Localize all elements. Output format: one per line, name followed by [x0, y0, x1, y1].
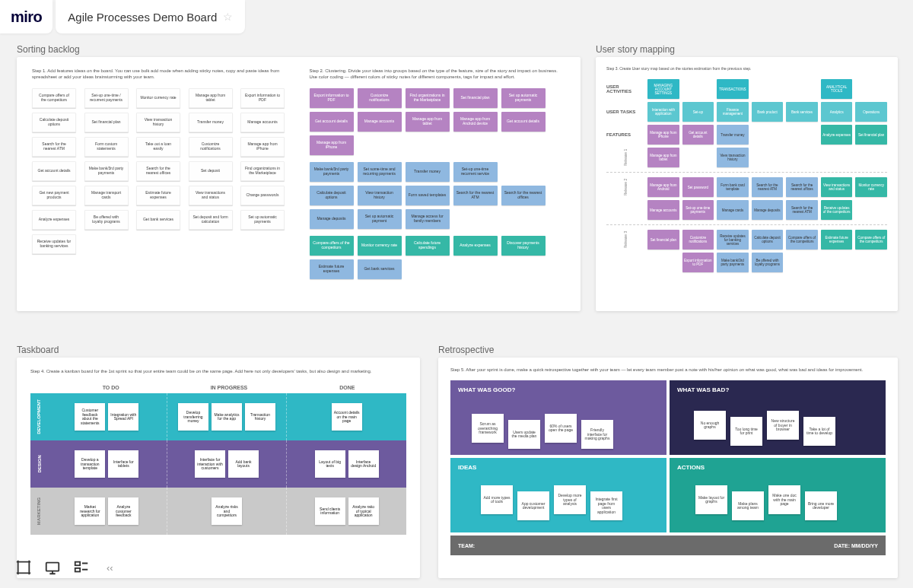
sticky-note[interactable]: Estimate future expenses: [136, 186, 180, 205]
usm-feature[interactable]: Set password: [682, 177, 714, 197]
sticky-note[interactable]: Manage accounts: [240, 113, 285, 132]
sticky-note[interactable]: Make bank/3rd party payments: [310, 162, 354, 182]
usm-feature[interactable]: Transfer money: [717, 125, 749, 145]
sticky-note[interactable]: Change passwords: [240, 186, 285, 205]
usm-feature[interactable]: Receive updates for banking services: [717, 230, 749, 250]
usm-feature[interactable]: Manage cards: [717, 200, 749, 220]
frame-taskboard[interactable]: Step 4. Create a kanban board for the 1s…: [17, 358, 420, 578]
retro-note[interactable]: Scrum as overarching framework: [472, 414, 504, 443]
usm-feature[interactable]: Compare offers of the competitors: [855, 230, 887, 250]
retro-note[interactable]: Develop more types of analysis: [554, 485, 586, 514]
sticky-note[interactable]: Get bank services: [136, 210, 180, 230]
retro-note[interactable]: No enough graphs: [694, 411, 726, 440]
sticky-note[interactable]: Calculate deposit options: [310, 186, 354, 205]
kanban-card[interactable]: Interface design Android: [348, 450, 379, 478]
kanban-card[interactable]: Develop a transaction template: [75, 450, 105, 478]
usm-feature[interactable]: Estimate future expenses: [821, 230, 853, 250]
frame-sorting-backlog[interactable]: Step 1. Add features ideas on the board.…: [17, 57, 581, 311]
presentation-icon[interactable]: [44, 559, 61, 576]
sticky-note[interactable]: View transactions and status: [189, 186, 233, 205]
kanban-card[interactable]: Integration with Spread API: [108, 403, 138, 431]
usm-feature[interactable]: Export information to PDF: [682, 253, 714, 272]
retro-note[interactable]: New structure of buyer in browser: [767, 411, 799, 440]
retro-note[interactable]: App customer development: [517, 491, 549, 520]
usm-task[interactable]: Finance management: [717, 102, 749, 122]
usm-feature[interactable]: Calculate deposit options: [752, 230, 784, 250]
sticky-note[interactable]: Manage access for family members: [406, 209, 450, 229]
sticky-note[interactable]: Get account details: [32, 161, 76, 181]
sticky-note[interactable]: Receive updates for banking services: [32, 234, 76, 254]
usm-feature[interactable]: Search for the nearest ATM: [786, 200, 818, 220]
sticky-note[interactable]: Set up automatic payments: [501, 88, 546, 108]
usm-activity[interactable]: MANAGING ACCOUNT SETTINGS: [647, 79, 679, 99]
sticky-note[interactable]: Export information to PDF: [310, 88, 354, 108]
usm-feature[interactable]: Make bank/3rd party payments: [717, 253, 749, 272]
usm-feature[interactable]: Manage accounts: [647, 200, 679, 220]
usm-task[interactable]: Bank product: [752, 102, 784, 122]
sticky-note[interactable]: Manage app from iPhone: [310, 135, 354, 155]
usm-feature[interactable]: Form bank card template: [717, 177, 749, 197]
usm-task[interactable]: Analytics: [821, 102, 853, 122]
retro-note[interactable]: Make plans among team: [732, 491, 764, 520]
retro-good[interactable]: WHAT WAS GOOD? Scrum as overarching fram…: [450, 380, 666, 455]
kanban-card[interactable]: Customer feedback about the statements: [75, 403, 105, 431]
sticky-note[interactable]: Make bank/3rd party payments: [84, 161, 129, 181]
board-title-chip[interactable]: Agile Processes Demo Board ☆: [56, 0, 245, 33]
usm-feature[interactable]: View transaction history: [717, 148, 749, 167]
kanban-card[interactable]: Make analytics for the app: [212, 403, 242, 431]
kanban-card[interactable]: Interface for interaction with customers: [195, 450, 225, 478]
retro-note[interactable]: Users update the media plan: [508, 420, 540, 449]
retro-actions[interactable]: ACTIONS Make layout for graphsMake plans…: [670, 458, 886, 532]
kanban-card[interactable]: Add bank layouts: [228, 450, 259, 478]
usm-task[interactable]: Bank services: [786, 102, 818, 122]
sticky-note[interactable]: Manage deposits: [310, 209, 354, 229]
usm-feature[interactable]: Search for the nearest offices: [786, 177, 818, 197]
kanban-card[interactable]: Interface for tablets: [108, 450, 138, 478]
usm-feature[interactable]: Manage app from tablet: [647, 148, 679, 167]
retro-note[interactable]: Integrate first page from users applicat…: [590, 491, 622, 520]
sticky-note[interactable]: Manage app from tablet: [406, 112, 450, 132]
sticky-note[interactable]: Customize notifications: [358, 88, 402, 108]
usm-feature[interactable]: Set financial plan: [647, 230, 679, 250]
kanban-card[interactable]: Analyze customer feedback: [108, 497, 138, 525]
sticky-note[interactable]: Search for the nearest offices: [501, 186, 546, 205]
sticky-note[interactable]: Get new payment products: [32, 186, 76, 205]
sticky-note[interactable]: Get account details: [501, 112, 546, 132]
logo-chip[interactable]: miro: [0, 0, 52, 33]
kanban-card[interactable]: Transaction history: [245, 403, 275, 431]
sticky-note[interactable]: Get account details: [310, 112, 354, 132]
kanban-card[interactable]: Layout of big texts: [315, 450, 345, 478]
sticky-note[interactable]: Search for the nearest ATM: [453, 186, 498, 205]
kanban-card[interactable]: Analyze ratio of typical application: [348, 497, 379, 525]
retro-note[interactable]: Too long time for print: [730, 417, 762, 446]
sticky-note[interactable]: Form custom statements: [84, 137, 129, 157]
retro-note[interactable]: Take a lot of time to develop: [803, 417, 835, 446]
sticky-note[interactable]: Form saved templates: [406, 186, 450, 205]
sticky-note[interactable]: Set financial plan: [453, 88, 498, 108]
sticky-note[interactable]: Discover payments history: [501, 236, 546, 256]
sticky-note[interactable]: Manage app from tablet: [189, 88, 233, 108]
sticky-note[interactable]: Analyze expenses: [32, 210, 76, 230]
sticky-note[interactable]: Set up automatic payment: [358, 209, 402, 229]
usm-feature[interactable]: Manage deposits: [752, 200, 784, 220]
sticky-note[interactable]: Export information to PDF: [240, 88, 285, 108]
sticky-note[interactable]: Find organizations in the Marketplace: [240, 161, 285, 181]
kanban-card[interactable]: Account details on the main page: [332, 403, 362, 431]
usm-feature[interactable]: Get account details: [682, 125, 714, 145]
frame-retrospective[interactable]: Step 5. After your sprint is done, make …: [438, 358, 898, 578]
sticky-note[interactable]: Calculate future spendings: [406, 236, 450, 256]
sticky-note[interactable]: Get bank services: [358, 259, 402, 279]
sticky-note[interactable]: Calculate deposit options: [32, 113, 76, 132]
sticky-note[interactable]: Set deposit: [189, 161, 233, 181]
sticky-note[interactable]: Transfer money: [406, 162, 450, 182]
usm-feature[interactable]: Manage app from iPhone: [647, 125, 679, 145]
usm-feature[interactable]: Monitor currency rate: [855, 177, 887, 197]
sticky-note[interactable]: Manage accounts: [358, 112, 402, 132]
usm-feature[interactable]: View transactions and status: [821, 177, 853, 197]
sticky-note[interactable]: Estimate future expenses: [310, 259, 354, 279]
sticky-note[interactable]: Compare offers of the competitors: [32, 88, 76, 108]
sticky-note[interactable]: Analyze expenses: [453, 236, 498, 256]
usm-feature[interactable]: Receive updates of the competitors: [821, 200, 853, 220]
usm-feature[interactable]: Set-up one-time payments: [682, 200, 714, 220]
sticky-note[interactable]: Monitor currency rate: [136, 88, 180, 108]
